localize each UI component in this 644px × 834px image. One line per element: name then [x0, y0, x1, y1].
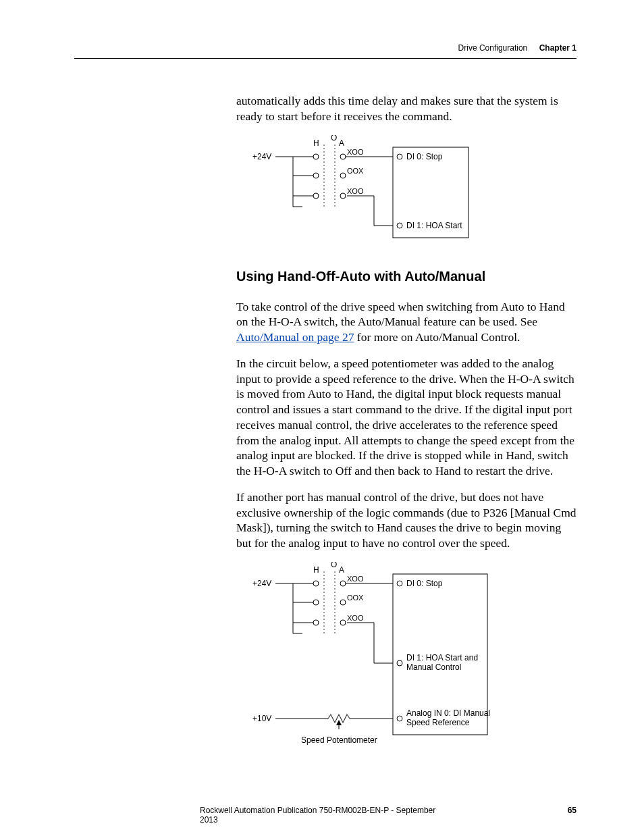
main-content: automatically adds this time delay and m…	[236, 93, 576, 759]
page: Drive Configuration Chapter 1 automatica…	[0, 0, 644, 834]
d2-ai0a: Analog IN 0: DI Manual	[406, 708, 490, 718]
d2-o-label: O	[331, 562, 337, 569]
d2-di1a: DI 1: HOA Start and	[406, 653, 478, 662]
para1-b: for more on Auto/Manual Control.	[354, 330, 520, 344]
d2-a-label: A	[339, 565, 344, 575]
diagram-hoa-auto-manual: +24V H O A	[252, 562, 576, 754]
d2-pot-label: Speed Potentiometer	[301, 735, 377, 745]
d2-di1b: Manual Control	[406, 662, 461, 672]
paragraph-1: To take control of the drive speed when …	[236, 299, 576, 345]
svg-point-13	[340, 620, 346, 625]
d2-row2: OOX	[347, 594, 364, 602]
para1-a: To take control of the drive speed when …	[236, 300, 565, 329]
footer-page-number: 65	[568, 806, 576, 815]
d1-o-label: O	[331, 135, 337, 142]
svg-point-9	[313, 600, 319, 605]
running-header: Drive Configuration Chapter 1	[458, 43, 576, 53]
d1-right-c1	[340, 154, 346, 159]
svg-marker-22	[336, 720, 342, 725]
svg-point-8	[313, 581, 319, 586]
paragraph-2: In the circuit below, a speed potentiome…	[236, 356, 576, 479]
d1-right-c2	[340, 173, 346, 178]
d1-right-c3	[340, 193, 346, 199]
header-rule	[74, 58, 576, 59]
svg-point-12	[340, 600, 346, 605]
intro-paragraph: automatically adds this time delay and m…	[236, 93, 576, 124]
d2-supply-label: +24V	[252, 579, 271, 588]
svg-point-19	[397, 660, 402, 666]
d2-di0: DI 0: Stop	[406, 579, 443, 588]
d2-row3: XOO	[347, 614, 364, 622]
d1-h-label: H	[313, 138, 319, 148]
svg-point-10	[313, 620, 319, 625]
d2-row1: XOO	[347, 575, 364, 583]
d2-h-label: H	[313, 565, 319, 575]
header-chapter: Chapter 1	[539, 43, 576, 53]
d1-row1: XOO	[347, 148, 364, 156]
d1-port-c1	[397, 154, 402, 159]
svg-point-11	[340, 581, 346, 586]
d1-row2: OOX	[347, 167, 364, 175]
footer-publication: Rockwell Automation Publication 750-RM00…	[200, 806, 451, 825]
d1-a-label: A	[339, 138, 344, 148]
svg-point-18	[397, 581, 402, 586]
auto-manual-link[interactable]: Auto/Manual on page 27	[236, 330, 354, 344]
paragraph-3: If another port has manual control of th…	[236, 490, 576, 551]
d2-supply2-label: +10V	[252, 714, 271, 723]
d1-row3: XOO	[347, 187, 364, 195]
diagram-hoa-basic: +24V H O A	[252, 135, 576, 246]
d1-left-c3	[313, 193, 319, 199]
d1-left-c2	[313, 173, 319, 178]
d2-ai0b: Speed Reference	[406, 718, 470, 727]
section-title: Using Hand-Off-Auto with Auto/Manual	[236, 269, 576, 284]
d1-di0: DI 0: Stop	[406, 152, 443, 161]
header-section: Drive Configuration	[458, 43, 528, 53]
d1-supply-label: +24V	[252, 152, 271, 161]
d1-left-c1	[313, 154, 319, 159]
d1-di1: DI 1: HOA Start	[406, 221, 462, 230]
svg-point-24	[397, 716, 402, 721]
d1-port-c2	[397, 223, 402, 228]
